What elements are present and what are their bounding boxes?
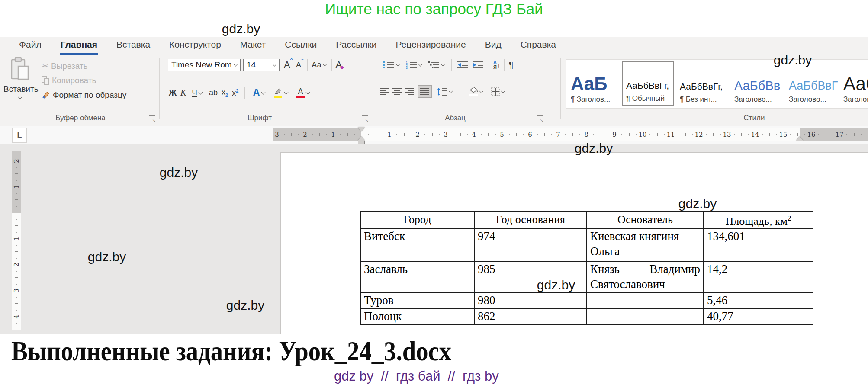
bullets-button[interactable] [382,60,402,70]
table-cell[interactable]: Полоцк [360,308,474,324]
font-color-button[interactable]: А [295,87,312,99]
left-indent-marker[interactable] [358,141,365,144]
show-marks-button[interactable]: ¶ [508,60,513,70]
ruler-number: 3 [12,286,21,295]
table-cell[interactable]: Заславль [360,261,474,292]
shading-button[interactable] [467,86,486,97]
change-case-button[interactable]: Аа [310,60,329,71]
increase-indent-button[interactable] [471,60,485,70]
ribbon-tab[interactable]: Макет [239,37,267,55]
table-cell[interactable]: Витебск [360,228,474,261]
strikethrough-button[interactable]: ab [209,88,218,97]
table-cell[interactable] [587,308,704,324]
scissors-icon: ✂ [42,61,48,71]
bold-button[interactable]: Ж [169,88,177,98]
increase-indent-icon [473,61,483,69]
ruler-tick [376,133,376,136]
decrease-indent-button[interactable] [456,60,469,70]
shrink-font-button[interactable]: А ˇ [294,60,305,71]
align-justify-button[interactable] [418,85,432,98]
ruler-dot [495,134,496,135]
align-center-button[interactable] [392,87,402,96]
table-cell[interactable]: Киевская княгиня Ольга [587,228,704,261]
ruler-dot [439,134,440,135]
ribbon-tab[interactable]: Вид [484,37,502,55]
ribbon-tab[interactable]: Вставка [116,37,151,55]
subscript-button[interactable]: x2 [222,88,228,98]
table-cell[interactable] [587,292,704,308]
ruler-dot [16,167,17,168]
ruler-dot [16,284,17,285]
clipboard-dialog-launcher[interactable]: ↘ [149,115,155,122]
highlight-color-button[interactable] [272,87,291,99]
ribbon-tab[interactable]: Файл [18,37,42,55]
italic-button[interactable]: К [180,88,186,98]
ruler-tick [15,199,18,200]
copy-button[interactable]: Копировать [42,76,96,85]
table-cell[interactable]: Туров [360,292,474,308]
styles-group-label: Стили [711,114,797,122]
hanging-indent-marker[interactable] [358,136,365,141]
text-effects-button[interactable]: А [251,86,268,99]
style-tile[interactable]: АаБ¶ Заголов... [568,61,620,106]
numbering-button[interactable]: 123 [404,60,425,70]
first-line-indent-marker[interactable] [358,127,365,131]
style-tile[interactable]: АаБбВвГг,¶ Без инт... [677,61,729,106]
ribbon-tab[interactable]: Главная [60,37,98,55]
ribbon-tab[interactable]: Конструктор [168,37,222,55]
superscript-button[interactable]: x2 [232,88,238,98]
align-left-button[interactable] [380,87,389,96]
table-header-cell[interactable]: Площадь, км2 [704,212,813,228]
ruler-number: 1 [328,128,338,141]
table-cell[interactable]: 862 [474,308,587,324]
table-cell[interactable]: 40,77 [704,308,813,324]
clear-formatting-button[interactable]: А ◆ [334,58,346,71]
watermark: gdz.by [774,53,812,67]
ribbon-tab[interactable]: Ссылки [284,37,318,55]
cut-button[interactable]: ✂ Вырезать [42,61,87,71]
chevron-down-icon [396,62,400,67]
highlighter-icon [273,88,283,98]
v-ruler[interactable]: 211234 [12,151,21,330]
font-name-combo[interactable]: Times New Rom [168,59,241,71]
line-spacing-button[interactable] [435,87,455,97]
format-painter-button[interactable]: Формат по образцу [42,90,126,100]
table-cell[interactable]: Князь Владимир Святославович [587,261,704,292]
paste-button[interactable]: Вставить [3,57,36,122]
multilevel-list-button[interactable] [427,60,447,70]
style-tile[interactable]: АаБбВвГг,¶ Обычный [622,61,674,106]
table-cell[interactable]: 14,2 [704,261,813,292]
h-ruler[interactable]: 3211234567891011121314151617 [273,128,868,141]
ruler-dot [354,134,355,135]
table-header-cell[interactable]: Год основания [474,212,587,228]
style-tile[interactable]: АаБбВвГЗаголово... [786,61,838,106]
paragraph-dialog-launcher[interactable]: ↘ [537,115,543,122]
ribbon-tab[interactable]: Рецензирование [395,37,467,55]
table-cell[interactable]: 980 [474,292,587,308]
grow-font-button[interactable]: А ˆ [282,58,294,71]
align-right-button[interactable] [405,87,414,96]
style-tile[interactable]: АаБбВвЗаголово... [731,61,783,106]
tab-selector[interactable]: L [12,128,27,143]
ruler-tick [544,133,545,136]
underline-button[interactable]: Ч [190,87,205,98]
ruler-number: 14 [750,128,760,141]
borders-button[interactable] [489,87,508,97]
table-header-cell[interactable]: Основатель [587,212,704,228]
ruler-dot [16,232,17,233]
ruler-tick [460,133,461,136]
table-cell[interactable]: 134,601 [704,228,813,261]
table-header-cell[interactable]: Город [360,212,474,228]
ruler-number: 16 [807,128,816,141]
style-tile[interactable]: АабЗаголов... [840,61,868,106]
ruler-dot [16,271,17,272]
sort-button[interactable]: А Я ↓ [493,60,500,70]
font-size-combo[interactable]: 14 [243,59,280,71]
table-cell[interactable]: 5,46 [704,292,813,308]
ribbon-tab[interactable]: Рассылки [335,37,377,55]
font-dialog-launcher[interactable]: ↘ [362,115,368,122]
right-indent-marker[interactable] [796,136,803,141]
table-cell[interactable]: 974 [474,228,587,261]
ribbon-tab[interactable]: Справка [520,37,557,55]
doc-table-body: Витебск974Киевская княгиня Ольга134,601З… [360,228,813,324]
